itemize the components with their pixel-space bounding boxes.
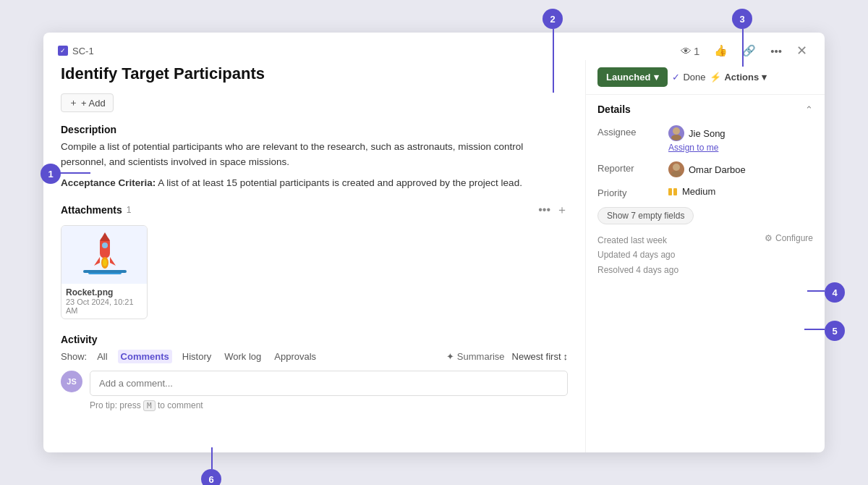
assignee-name: Jie Song [689, 128, 726, 139]
tab-worklog[interactable]: Work log [221, 350, 264, 363]
newest-first-button[interactable]: Newest first ↕ [512, 351, 568, 362]
issue-card: ✓ SC-1 👁 1 👍 🔗 ••• ✕ Identify T [43, 33, 825, 452]
svg-point-6 [103, 259, 107, 266]
annotation-6: 6 [201, 469, 221, 485]
actions-chevron-icon: ▾ [762, 72, 767, 83]
ticket-id-row: ✓ SC-1 [58, 46, 94, 56]
pro-tip-suffix: to comment [158, 400, 203, 410]
reporter-avatar [668, 161, 684, 177]
show-empty-fields-button[interactable]: Show 7 empty fields [597, 207, 694, 224]
svg-marker-4 [110, 257, 116, 266]
details-header: Details ⌃ [597, 104, 813, 115]
configure-button[interactable]: ⚙ Configure [765, 233, 813, 243]
svg-point-12 [671, 171, 681, 177]
tab-approvals[interactable]: Approvals [271, 350, 319, 363]
issue-title: Identify Target Participants [61, 64, 568, 83]
annotation-6-line [211, 447, 213, 469]
status-launched-button[interactable]: Launched ▾ [597, 67, 668, 87]
details-section: Details ⌃ Assignee [586, 95, 825, 292]
priority-icon [668, 188, 678, 195]
reporter-name: Omar Darboe [689, 164, 746, 175]
tab-all[interactable]: All [94, 350, 110, 363]
annotation-4-line [807, 290, 825, 292]
ticket-id: SC-1 [72, 46, 94, 56]
attachment-preview [61, 226, 148, 284]
annotation-5: 5 [825, 321, 845, 341]
assignee-row: Assignee Jie Song Assign to me [597, 125, 813, 153]
assignee-detail: Jie Song [668, 125, 726, 141]
tab-history[interactable]: History [179, 350, 214, 363]
more-icon: ••• [770, 45, 782, 57]
ticket-checkbox: ✓ [58, 46, 68, 56]
actions-label: Actions [724, 72, 759, 83]
right-pane: Launched ▾ ✓ Done ⚡ Actions ▾ Details ⌃ [586, 60, 825, 452]
left-pane: Identify Target Participants ＋ + Add Des… [43, 60, 586, 452]
svg-point-11 [673, 164, 680, 171]
attachment-filename: Rocket.png [66, 287, 142, 298]
activity-heading: Activity [61, 334, 568, 345]
add-label: + Add [81, 98, 106, 109]
more-button[interactable]: ••• [767, 43, 785, 59]
chevron-down-icon: ▾ [654, 72, 659, 83]
done-button[interactable]: ✓ Done [672, 72, 705, 83]
activity-section: Activity Show: All Comments History Work… [61, 334, 568, 410]
attachments-header: Attachments 1 ••• ＋ [61, 203, 568, 218]
assign-to-me-link[interactable]: Assign to me [668, 143, 726, 153]
annotation-1: 1 [41, 164, 61, 184]
newest-label: Newest first [512, 351, 561, 362]
right-toolbar: Launched ▾ ✓ Done ⚡ Actions ▾ [586, 60, 825, 95]
header-actions: 👁 1 👍 🔗 ••• ✕ [678, 41, 810, 60]
close-icon: ✕ [796, 43, 807, 58]
checkmark-icon: ✓ [672, 72, 680, 83]
attachments-section: Attachments 1 ••• ＋ [61, 203, 568, 319]
annotation-1-line [60, 172, 90, 174]
actions-button[interactable]: ⚡ Actions ▾ [710, 72, 767, 83]
done-label: Done [683, 72, 705, 83]
pro-tip: Pro tip: press M to comment [90, 400, 568, 410]
resolved-text: Resolved 4 days ago [597, 263, 678, 277]
attachment-date: 23 Oct 2024, 10:21 AM [66, 298, 142, 315]
views-button[interactable]: 👁 1 [678, 43, 702, 59]
attachments-actions: ••• ＋ [538, 203, 568, 218]
show-empty-label: Show 7 empty fields [607, 211, 684, 221]
details-chevron-icon[interactable]: ⌃ [805, 104, 813, 115]
svg-marker-3 [94, 257, 100, 266]
comment-row: JS [61, 371, 568, 396]
add-button[interactable]: ＋ + Add [61, 93, 114, 112]
priority-label-value: Medium [682, 186, 715, 197]
close-button[interactable]: ✕ [793, 41, 810, 60]
description-heading: Description [61, 124, 568, 135]
annotation-2: 2 [542, 9, 563, 29]
reporter-value: Omar Darboe [668, 161, 746, 177]
attachment-item[interactable]: Rocket.png 23 Oct 2024, 10:21 AM [61, 225, 148, 319]
svg-point-9 [673, 127, 680, 135]
eye-icon: 👁 [681, 45, 692, 57]
annotation-3-line [742, 29, 744, 67]
show-label: Show: [61, 351, 87, 362]
attachments-count: 1 [127, 205, 132, 215]
summarise-button[interactable]: ✦ Summarise [446, 351, 505, 362]
annotation-4: 4 [825, 282, 845, 303]
pro-tip-prefix: Pro tip: press [90, 400, 143, 410]
svg-rect-8 [83, 270, 127, 273]
description-section: Description Compile a list of potential … [61, 124, 568, 191]
like-button[interactable]: 👍 [711, 43, 731, 59]
attachments-add-button[interactable]: ＋ [556, 203, 568, 218]
configure-row: ⚙ Configure [765, 233, 813, 243]
details-title: Details [597, 104, 631, 115]
annotation-3: 3 [732, 9, 752, 29]
reporter-label: Reporter [597, 161, 663, 174]
card-body: Identify Target Participants ＋ + Add Des… [43, 60, 825, 452]
sparkle-icon: ✦ [446, 351, 454, 362]
timestamps: Created last week Updated 4 days ago Res… [597, 233, 678, 277]
activity-tabs-row: Show: All Comments History Work log Appr… [61, 350, 568, 363]
comment-input[interactable] [90, 371, 568, 396]
gear-icon: ⚙ [765, 233, 773, 243]
attachments-more-button[interactable]: ••• [538, 203, 550, 218]
tab-comments[interactable]: Comments [118, 350, 172, 363]
acceptance-label: Acceptance Criteria: [61, 177, 156, 188]
updated-text: Updated 4 days ago [597, 248, 678, 262]
priority-label: Priority [597, 186, 663, 198]
rocket-illustration [80, 231, 130, 278]
assignee-value: Jie Song Assign to me [668, 125, 726, 153]
